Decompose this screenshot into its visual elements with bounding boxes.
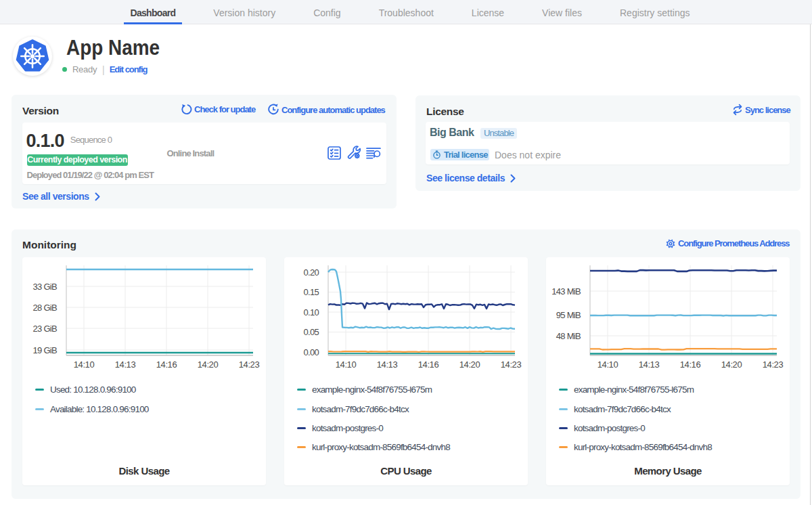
svg-text:14:23: 14:23 bbox=[763, 359, 784, 370]
svg-text:0.05: 0.05 bbox=[303, 327, 319, 337]
svg-text:0.00: 0.00 bbox=[303, 347, 319, 357]
svg-text:14:10: 14:10 bbox=[597, 359, 618, 370]
svg-text:19 GiB: 19 GiB bbox=[32, 345, 57, 355]
svg-text:14:13: 14:13 bbox=[115, 359, 136, 370]
svg-text:14:20: 14:20 bbox=[198, 359, 219, 370]
svg-text:14:13: 14:13 bbox=[377, 359, 398, 370]
svg-text:14:23: 14:23 bbox=[501, 359, 522, 370]
svg-text:14:10: 14:10 bbox=[74, 359, 95, 370]
svg-text:14:16: 14:16 bbox=[156, 359, 177, 370]
svg-text:28 GiB: 28 GiB bbox=[32, 303, 57, 313]
svg-text:14:20: 14:20 bbox=[721, 359, 742, 370]
svg-text:143 MiB: 143 MiB bbox=[551, 286, 581, 297]
svg-text:14:16: 14:16 bbox=[418, 359, 439, 370]
svg-text:33 GiB: 33 GiB bbox=[32, 282, 57, 292]
svg-text:95 MiB: 95 MiB bbox=[556, 310, 581, 320]
svg-text:0.20: 0.20 bbox=[303, 267, 319, 278]
svg-text:48 MiB: 48 MiB bbox=[556, 331, 581, 341]
svg-text:23 GiB: 23 GiB bbox=[32, 324, 57, 334]
svg-text:14:16: 14:16 bbox=[680, 359, 701, 370]
svg-text:14:23: 14:23 bbox=[239, 359, 260, 370]
svg-text:0.10: 0.10 bbox=[303, 307, 319, 317]
svg-text:14:20: 14:20 bbox=[459, 359, 480, 370]
svg-text:14:13: 14:13 bbox=[639, 359, 660, 370]
svg-text:0.15: 0.15 bbox=[303, 287, 319, 297]
svg-text:14:10: 14:10 bbox=[336, 359, 357, 370]
